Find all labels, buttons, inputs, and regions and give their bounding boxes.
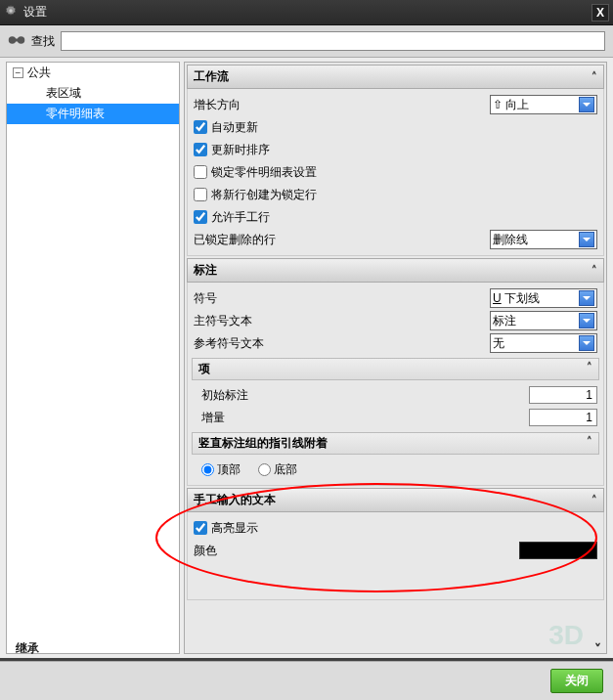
collapse-icon[interactable]: ˄	[591, 70, 597, 83]
initial-callout-input[interactable]	[529, 386, 597, 404]
auto-update-checkbox[interactable]	[194, 120, 207, 134]
symbol-combo[interactable]: U U 下划线下划线	[490, 288, 597, 308]
growth-dir-combo[interactable]: ⇧ 向上	[490, 95, 597, 114]
section-header-workflow[interactable]: 工作流 ˄	[187, 65, 604, 89]
items-subheader[interactable]: 项 ˄	[192, 358, 599, 380]
dialog-footer: 关闭	[0, 661, 613, 700]
collapse-icon[interactable]: ˄	[587, 361, 592, 377]
dropdown-arrow-icon	[579, 232, 594, 247]
close-button[interactable]: 关闭	[550, 669, 603, 693]
symbol-label: 符号	[194, 290, 490, 307]
locked-deleted-combo[interactable]: 删除线	[490, 230, 597, 249]
expand-icon[interactable]: −	[13, 67, 23, 78]
gear-icon	[4, 4, 18, 21]
dropdown-arrow-icon	[579, 313, 594, 328]
new-rows-locked-label: 将新行创建为锁定行	[211, 187, 317, 203]
radio-bottom[interactable]: 底部	[258, 461, 297, 478]
combo-text: U U 下划线下划线	[493, 290, 579, 307]
svg-point-2	[18, 36, 25, 44]
tree-root-label: 公共	[27, 66, 51, 79]
main-text-combo[interactable]: 标注	[490, 311, 597, 330]
auto-update-label: 自动更新	[211, 119, 258, 136]
settings-tree[interactable]: −公共 表区域 零件明细表	[6, 62, 180, 654]
dropdown-arrow-icon	[579, 290, 594, 306]
subheader-label: 竖直标注组的指引线附着	[198, 435, 328, 452]
combo-text: 无	[493, 335, 579, 352]
lock-bom-checkbox[interactable]	[194, 165, 207, 179]
new-rows-locked-checkbox[interactable]	[194, 188, 207, 201]
tree-node-parts-list[interactable]: 零件明细表	[7, 104, 179, 124]
allow-manual-label: 允许手工行	[211, 209, 270, 226]
chevron-down-icon[interactable]: ˅	[594, 641, 601, 657]
window-close-button[interactable]: X	[591, 4, 609, 22]
lock-bom-label: 锁定零件明细表设置	[211, 164, 317, 181]
ref-text-label: 参考符号文本	[194, 335, 490, 352]
search-input[interactable]	[61, 31, 605, 51]
section-header-callout[interactable]: 标注 ˄	[187, 258, 604, 283]
locked-deleted-label: 已锁定删除的行	[194, 232, 490, 248]
color-picker[interactable]	[519, 542, 597, 559]
settings-panel: 工作流 ˄ 增长方向 ⇧ 向上 自动更新 更新时排序 锁定零件明细表设置 将新行…	[184, 62, 607, 654]
sort-on-update-label: 更新时排序	[211, 142, 270, 158]
tree-node-root[interactable]: −公共	[7, 63, 179, 83]
combo-text: ⇧ 向上	[493, 97, 579, 113]
collapse-icon[interactable]: ˄	[587, 435, 592, 452]
increment-label: 增量	[201, 410, 529, 426]
window-title: 设置	[23, 4, 47, 21]
titlebar: 设置 X	[0, 0, 613, 25]
section-callout: 标注 ˄ 符号 U U 下划线下划线 主符号文本 标注	[187, 258, 604, 486]
radio-top-input[interactable]	[201, 463, 214, 476]
growth-dir-label: 增长方向	[194, 97, 490, 113]
leader-subheader[interactable]: 竖直标注组的指引线附着 ˄	[192, 432, 599, 455]
radio-bottom-input[interactable]	[258, 463, 271, 476]
section-header-manual[interactable]: 手工输入的文本 ˄	[187, 488, 604, 512]
allow-manual-checkbox[interactable]	[194, 210, 207, 224]
search-bar: 查找	[0, 25, 613, 58]
search-label: 查找	[31, 33, 55, 50]
radio-top-label: 顶部	[217, 461, 241, 478]
collapse-icon[interactable]: ˄	[591, 264, 597, 277]
subheader-label: 项	[198, 361, 210, 377]
radio-top[interactable]: 顶部	[201, 461, 241, 478]
section-manual-text: 手工输入的文本 ˄ 高亮显示 颜色	[187, 488, 604, 600]
combo-text: 标注	[493, 313, 579, 329]
increment-input[interactable]	[529, 409, 597, 426]
dropdown-arrow-icon	[579, 97, 594, 112]
ref-text-combo[interactable]: 无	[490, 333, 597, 353]
svg-point-1	[9, 36, 17, 44]
sort-on-update-checkbox[interactable]	[194, 143, 207, 156]
section-title: 手工输入的文本	[194, 492, 276, 508]
inherit-row: 继承 ˅	[16, 640, 601, 657]
color-label: 颜色	[194, 543, 519, 559]
collapse-icon[interactable]: ˄	[591, 494, 597, 506]
section-title: 标注	[194, 262, 217, 279]
combo-text: 删除线	[493, 232, 579, 248]
section-workflow: 工作流 ˄ 增长方向 ⇧ 向上 自动更新 更新时排序 锁定零件明细表设置 将新行…	[187, 65, 604, 256]
tree-node-table-area[interactable]: 表区域	[7, 83, 179, 104]
highlight-label: 高亮显示	[211, 520, 258, 537]
main-text-label: 主符号文本	[194, 313, 490, 329]
inherit-label: 继承	[16, 640, 39, 657]
highlight-checkbox[interactable]	[194, 521, 207, 535]
dropdown-arrow-icon	[579, 335, 594, 351]
svg-rect-3	[16, 38, 19, 41]
binoculars-icon	[8, 33, 25, 50]
radio-bottom-label: 底部	[274, 461, 297, 478]
dialog-body: −公共 表区域 零件明细表 工作流 ˄ 增长方向 ⇧ 向上 自动更新 更新时	[0, 58, 613, 658]
section-title: 工作流	[194, 68, 229, 85]
initial-callout-label: 初始标注	[201, 387, 529, 404]
